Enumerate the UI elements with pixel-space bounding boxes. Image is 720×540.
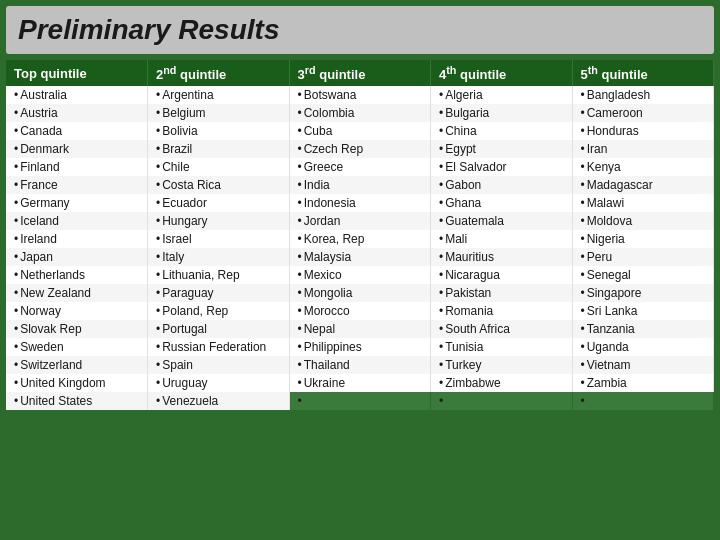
table-row: New ZealandParaguayMongoliaPakistanSinga… (6, 284, 714, 302)
cell-1-7: Hungary (148, 212, 290, 230)
cell-0-5: France (6, 176, 148, 194)
cell-3-9: Mauritius (431, 248, 573, 266)
column-header-1: 2nd quintile (148, 60, 290, 86)
cell-1-0: Argentina (148, 86, 290, 104)
cell-3-11: Pakistan (431, 284, 573, 302)
cell-1-1: Belgium (148, 104, 290, 122)
cell-3-1: Bulgaria (431, 104, 573, 122)
table-row: IcelandHungaryJordanGuatemalaMoldova (6, 212, 714, 230)
cell-2-11: Mongolia (289, 284, 431, 302)
table-row: SwitzerlandSpainThailandTurkeyVietnam (6, 356, 714, 374)
cell-0-13: Slovak Rep (6, 320, 148, 338)
cell-1-8: Israel (148, 230, 290, 248)
cell-4-14: Uganda (572, 338, 714, 356)
cell-2-1: Colombia (289, 104, 431, 122)
cell-1-16: Uruguay (148, 374, 290, 392)
column-header-2: 3rd quintile (289, 60, 431, 86)
cell-1-6: Ecuador (148, 194, 290, 212)
cell-2-10: Mexico (289, 266, 431, 284)
cell-2-2: Cuba (289, 122, 431, 140)
cell-0-11: New Zealand (6, 284, 148, 302)
cell-2-15: Thailand (289, 356, 431, 374)
cell-2-4: Greece (289, 158, 431, 176)
cell-1-17: Venezuela (148, 392, 290, 410)
cell-3-16: Zimbabwe (431, 374, 573, 392)
cell-4-6: Malawi (572, 194, 714, 212)
table-row: FinlandChileGreeceEl SalvadorKenya (6, 158, 714, 176)
cell-0-12: Norway (6, 302, 148, 320)
cell-2-7: Jordan (289, 212, 431, 230)
cell-0-3: Denmark (6, 140, 148, 158)
cell-4-1: Cameroon (572, 104, 714, 122)
cell-3-6: Ghana (431, 194, 573, 212)
cell-0-7: Iceland (6, 212, 148, 230)
cell-4-16: Zambia (572, 374, 714, 392)
column-header-4: 5th quintile (572, 60, 714, 86)
cell-3-12: Romania (431, 302, 573, 320)
cell-0-9: Japan (6, 248, 148, 266)
cell-3-0: Algeria (431, 86, 573, 104)
cell-4-7: Moldova (572, 212, 714, 230)
cell-2-0: Botswana (289, 86, 431, 104)
cell-4-3: Iran (572, 140, 714, 158)
table-container: Top quintile2nd quintile3rd quintile4th … (6, 60, 714, 410)
cell-3-5: Gabon (431, 176, 573, 194)
cell-1-5: Costa Rica (148, 176, 290, 194)
cell-4-4: Kenya (572, 158, 714, 176)
cell-0-14: Sweden (6, 338, 148, 356)
cell-1-14: Russian Federation (148, 338, 290, 356)
cell-3-2: China (431, 122, 573, 140)
cell-4-5: Madagascar (572, 176, 714, 194)
cell-1-10: Lithuania, Rep (148, 266, 290, 284)
table-header-row: Top quintile2nd quintile3rd quintile4th … (6, 60, 714, 86)
cell-4-2: Honduras (572, 122, 714, 140)
cell-4-12: Sri Lanka (572, 302, 714, 320)
cell-2-13: Nepal (289, 320, 431, 338)
table-row: NetherlandsLithuania, RepMexicoNicaragua… (6, 266, 714, 284)
cell-3-17 (431, 392, 573, 410)
cell-0-1: Austria (6, 104, 148, 122)
cell-3-3: Egypt (431, 140, 573, 158)
results-table: Top quintile2nd quintile3rd quintile4th … (6, 60, 714, 410)
cell-2-3: Czech Rep (289, 140, 431, 158)
cell-0-2: Canada (6, 122, 148, 140)
cell-3-10: Nicaragua (431, 266, 573, 284)
column-header-0: Top quintile (6, 60, 148, 86)
cell-1-15: Spain (148, 356, 290, 374)
table-row: AustriaBelgiumColombiaBulgariaCameroon (6, 104, 714, 122)
column-header-3: 4th quintile (431, 60, 573, 86)
cell-4-17 (572, 392, 714, 410)
cell-2-17 (289, 392, 431, 410)
cell-4-15: Vietnam (572, 356, 714, 374)
cell-2-5: India (289, 176, 431, 194)
cell-2-6: Indonesia (289, 194, 431, 212)
header: Preliminary Results (6, 6, 714, 54)
cell-3-13: South Africa (431, 320, 573, 338)
table-row: DenmarkBrazilCzech RepEgyptIran (6, 140, 714, 158)
cell-4-8: Nigeria (572, 230, 714, 248)
cell-1-11: Paraguay (148, 284, 290, 302)
cell-3-8: Mali (431, 230, 573, 248)
table-row: United StatesVenezuela (6, 392, 714, 410)
cell-4-11: Singapore (572, 284, 714, 302)
cell-2-9: Malaysia (289, 248, 431, 266)
cell-3-14: Tunisia (431, 338, 573, 356)
cell-2-14: Philippines (289, 338, 431, 356)
cell-1-12: Poland, Rep (148, 302, 290, 320)
cell-4-9: Peru (572, 248, 714, 266)
cell-0-0: Australia (6, 86, 148, 104)
cell-0-10: Netherlands (6, 266, 148, 284)
cell-0-17: United States (6, 392, 148, 410)
cell-1-13: Portugal (148, 320, 290, 338)
cell-2-16: Ukraine (289, 374, 431, 392)
cell-3-15: Turkey (431, 356, 573, 374)
table-row: GermanyEcuadorIndonesiaGhanaMalawi (6, 194, 714, 212)
cell-0-16: United Kingdom (6, 374, 148, 392)
cell-2-8: Korea, Rep (289, 230, 431, 248)
cell-0-4: Finland (6, 158, 148, 176)
table-row: Slovak RepPortugalNepalSouth AfricaTanza… (6, 320, 714, 338)
cell-3-4: El Salvador (431, 158, 573, 176)
table-row: NorwayPoland, RepMoroccoRomaniaSri Lanka (6, 302, 714, 320)
cell-4-10: Senegal (572, 266, 714, 284)
table-row: FranceCosta RicaIndiaGabonMadagascar (6, 176, 714, 194)
